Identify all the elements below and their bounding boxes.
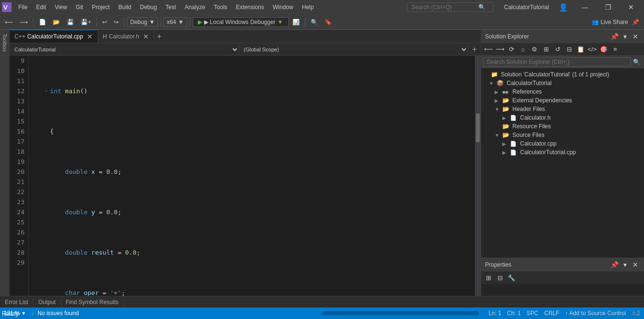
- tree-references[interactable]: ▶ ■■ References: [481, 87, 644, 96]
- line-text-12: double y = 0.0;: [50, 207, 475, 217]
- se-back-button[interactable]: ⟵: [483, 44, 494, 55]
- open-file-button[interactable]: 📂: [50, 18, 63, 26]
- line-text-13: double result = 0.0;: [50, 247, 475, 258]
- pinned-button[interactable]: 📌: [629, 18, 642, 26]
- code-content[interactable]: − int main() { double x = 0.0;: [29, 56, 475, 296]
- menu-extensions[interactable]: Extensions: [232, 2, 268, 12]
- header-files-icon: 📂: [502, 106, 511, 112]
- line-text-11: double x = 0.0;: [50, 167, 475, 177]
- tree-resource-files[interactable]: 📂 Resource Files: [481, 122, 644, 131]
- scroll-thumb[interactable]: [476, 113, 480, 142]
- se-home-button[interactable]: ⌂: [518, 44, 528, 55]
- user-icon[interactable]: 👤: [556, 3, 571, 12]
- tree-header-files[interactable]: ▼ 📂 Header Files: [481, 105, 644, 113]
- panel-controls: 📌 ▾ ✕: [609, 32, 640, 41]
- tree-calculator-cpp[interactable]: ▶ 📄 Calculator.cpp: [481, 139, 644, 148]
- tab-calculator-h[interactable]: H Calculator.h ✕: [98, 30, 154, 43]
- ext-deps-icon: 📂: [502, 97, 511, 104]
- add-source-control[interactable]: ↑ Add to Source Control: [565, 310, 626, 317]
- menu-window[interactable]: Window: [269, 2, 297, 12]
- prop-alphabetical-button[interactable]: ⊟: [495, 272, 505, 283]
- prop-wrench-button[interactable]: 🔧: [506, 272, 517, 283]
- tree-calculator-h[interactable]: ▶ 📄 Calculator.h: [481, 113, 644, 122]
- menu-file[interactable]: File: [14, 2, 31, 12]
- tree-source-files[interactable]: ▼ 📂 Source Files: [481, 131, 644, 139]
- status-bar: 131 % ▾ ✓ No issues found Ln: 1 Ch: 1 SP…: [0, 307, 644, 319]
- tab-calculatortutorial-cpp[interactable]: C++ CalculatorTutorial.cpp ✕: [10, 30, 98, 43]
- menu-build[interactable]: Build: [115, 2, 135, 12]
- performance-profiler-button[interactable]: 📊: [290, 18, 303, 26]
- member-scope-dropdown[interactable]: (Global Scope): [239, 45, 469, 54]
- tab-close-1[interactable]: ✕: [143, 33, 149, 40]
- panel-dropdown-button[interactable]: ▾: [620, 32, 630, 41]
- menu-debug[interactable]: Debug: [136, 2, 160, 12]
- menu-search-box[interactable]: 🔍: [407, 2, 493, 12]
- menu-test[interactable]: Test: [162, 2, 180, 12]
- tab-output[interactable]: Output: [34, 298, 61, 307]
- live-share-button[interactable]: 👥 Live Share: [592, 19, 628, 25]
- se-search: 🔍: [481, 56, 644, 68]
- redo-button[interactable]: ↪: [111, 18, 122, 26]
- tab-error-list[interactable]: Error List: [0, 298, 34, 307]
- properties-pin-button[interactable]: 📌: [609, 260, 619, 270]
- search-toolbar-button[interactable]: 🔍: [308, 18, 321, 26]
- back-button[interactable]: ⟵: [2, 18, 16, 26]
- menu-analyze[interactable]: Analyze: [181, 2, 209, 12]
- properties-dropdown-button[interactable]: ▾: [620, 260, 630, 270]
- se-refresh-button[interactable]: ↺: [552, 44, 563, 55]
- tab-find-symbol-results[interactable]: Find Symbol Results: [61, 298, 124, 307]
- se-extra-button[interactable]: ≡: [610, 44, 620, 55]
- tree-calculatortutorial-cpp[interactable]: ▶ 📄 CalculatorTutorial.cpp: [481, 148, 644, 157]
- menu-tools[interactable]: Tools: [210, 2, 231, 12]
- undo-button[interactable]: ↩: [99, 18, 110, 26]
- maximize-button[interactable]: ❐: [597, 0, 619, 14]
- se-forward-button[interactable]: ⟶: [495, 44, 505, 55]
- prop-categorized-button[interactable]: ⊞: [483, 272, 494, 283]
- no-issues-icon: ✓: [31, 310, 36, 317]
- forward-button[interactable]: ⟶: [17, 18, 31, 26]
- new-file-button[interactable]: 📄: [36, 18, 49, 26]
- horizontal-scrollbar[interactable]: [88, 311, 479, 315]
- save-all-button[interactable]: 💾+: [78, 18, 94, 26]
- menu-search-input[interactable]: [411, 4, 478, 11]
- minimize-button[interactable]: —: [574, 0, 596, 14]
- new-tab-button[interactable]: +: [154, 30, 164, 43]
- platform-dropdown[interactable]: x64 ▼: [163, 17, 187, 27]
- tree-project[interactable]: ▼ 📦 CalculatorTutorial: [481, 79, 644, 87]
- se-sync-button[interactable]: ⟳: [506, 44, 517, 55]
- save-button[interactable]: 💾: [64, 18, 77, 26]
- horizontal-scrollbar-thumb[interactable]: [88, 311, 323, 315]
- menu-help[interactable]: Help: [298, 2, 318, 12]
- add-scope-button[interactable]: +: [468, 45, 481, 54]
- toolbox-sidebar[interactable]: Toolbox: [0, 30, 10, 296]
- tab-close-0[interactable]: ✕: [87, 33, 93, 40]
- panel-pin-button[interactable]: 📌: [609, 32, 619, 41]
- run-button[interactable]: ▶ ▶ Local Windows Debugger ▼: [193, 17, 289, 27]
- header-files-arrow: ▼: [495, 107, 502, 112]
- close-button[interactable]: ✕: [620, 0, 642, 14]
- tree-solution[interactable]: 📁 Solution 'CalculatorTutorial' (1 of 1 …: [481, 70, 644, 79]
- debug-config-dropdown[interactable]: Debug ▼: [127, 17, 158, 27]
- se-code-view-button[interactable]: </>: [587, 44, 597, 55]
- solution-explorer-header: Solution Explorer 📌 ▾ ✕: [481, 30, 644, 43]
- properties-close-button[interactable]: ✕: [631, 260, 640, 270]
- menu-edit[interactable]: Edit: [32, 2, 50, 12]
- class-scope-dropdown[interactable]: CalculatorTutorial: [10, 45, 239, 54]
- bookmark-button[interactable]: 🔖: [322, 18, 335, 26]
- se-settings-button[interactable]: ⚙: [529, 44, 540, 55]
- vertical-scrollbar[interactable]: [475, 56, 481, 296]
- run-arrow: ▼: [278, 19, 283, 25]
- se-scope-to-button[interactable]: 🎯: [598, 44, 609, 55]
- menu-git[interactable]: Git: [72, 2, 87, 12]
- panel-close-button[interactable]: ✕: [631, 32, 640, 41]
- se-filter-button[interactable]: ⊞: [541, 44, 551, 55]
- tree-external-deps[interactable]: ▶ 📂 External Dependencies: [481, 96, 644, 105]
- fold-col-9[interactable]: −: [42, 86, 50, 96]
- menu-view[interactable]: View: [51, 2, 71, 12]
- ext-deps-label: External Dependencies: [512, 97, 572, 104]
- menu-project[interactable]: Project: [88, 2, 113, 12]
- se-collapse-button[interactable]: ⊟: [564, 44, 574, 55]
- se-search-input[interactable]: [483, 57, 631, 67]
- window-title: CalculatorTutorial: [498, 4, 555, 11]
- se-props-button[interactable]: 📋: [575, 44, 586, 55]
